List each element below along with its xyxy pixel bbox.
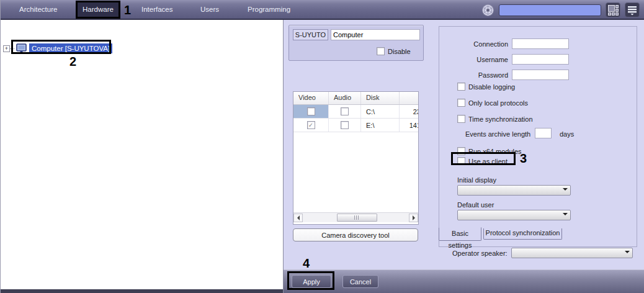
only-local-protocols-row: Only local protocols (457, 99, 528, 107)
disk-table-header: Video Audio Disk (293, 92, 418, 105)
username-label: Username (452, 56, 508, 63)
events-archive-input[interactable] (535, 128, 552, 138)
disable-logging-checkbox[interactable] (457, 83, 465, 91)
main-menu-button[interactable] (625, 2, 640, 17)
connection-label: Connection (452, 40, 508, 48)
menu-item-programming[interactable]: Programming (244, 0, 294, 19)
object-id-badge: S-UYUTO (293, 29, 328, 40)
menu-item-architecture[interactable]: Architecture (16, 0, 61, 19)
tree-item-computer[interactable]: + Computer [S-UYUTOVA] (3, 42, 112, 55)
object-name-input[interactable] (331, 29, 420, 40)
password-label: Password (452, 71, 508, 79)
computer-icon (16, 43, 28, 54)
apply-button[interactable]: Apply (292, 275, 331, 288)
tree-item-label[interactable]: Computer [S-UYUTOVA] (29, 43, 112, 53)
video-checkbox-e[interactable]: ✓ (307, 121, 315, 129)
table-row-e-drive: ✓ E:\ 141 (293, 119, 418, 132)
tree-connector (10, 48, 15, 49)
annotation-number-2: 2 (69, 55, 76, 69)
main-menu-bar: Architecture Hardware 1 Interfaces Users… (1, 0, 644, 20)
table-row-c-drive: C:\ 23 (293, 105, 418, 119)
only-local-protocols-label: Only local protocols (468, 99, 528, 107)
password-input[interactable] (512, 70, 569, 80)
scrollbar-track[interactable] (303, 214, 409, 222)
tree-expand-icon[interactable]: + (3, 45, 10, 52)
annotation-number-1: 1 (124, 3, 131, 17)
topbar-controls (481, 0, 640, 20)
operator-speaker-label: Operator speaker: (452, 250, 508, 257)
video-cell-c[interactable] (293, 105, 329, 118)
horizontal-scrollbar[interactable] (293, 212, 418, 222)
time-sync-row: Time synchronization (457, 115, 533, 123)
scroll-right-button[interactable] (409, 214, 418, 222)
run-x64-checkbox[interactable] (457, 147, 465, 155)
scroll-left-icon (297, 215, 300, 220)
video-cell-e[interactable]: ✓ (293, 119, 329, 132)
menu-item-interfaces[interactable]: Interfaces (138, 0, 177, 19)
footer-toolbar: Apply Cancel (284, 269, 644, 293)
days-label: days (560, 130, 574, 138)
intellect-window: Architecture Hardware 1 Interfaces Users… (0, 0, 644, 293)
operator-speaker-dropdown[interactable] (511, 248, 633, 258)
thumb-grip-icon (354, 215, 359, 220)
audio-cell-c[interactable] (329, 105, 361, 118)
initial-display-label: Initial display (457, 176, 496, 184)
disk-size-cell-e: 141 (400, 119, 418, 132)
scroll-right-icon (413, 215, 415, 220)
sphere-icon[interactable] (481, 4, 494, 17)
scrollbar-thumb[interactable] (337, 214, 377, 222)
initial-display-dropdown[interactable] (457, 185, 571, 196)
connection-input[interactable] (512, 38, 569, 49)
menu-item-users[interactable]: Users (197, 0, 223, 19)
menu-item-hardware[interactable]: Hardware (76, 1, 120, 19)
layout-grid-icon (608, 5, 619, 16)
disable-label: Disable (388, 48, 411, 55)
disable-logging-row: Disable logging (457, 83, 515, 91)
scroll-left-button[interactable] (293, 214, 303, 222)
disable-logging-label: Disable logging (468, 83, 515, 91)
tab-basic-settings[interactable]: Basic settings (439, 227, 481, 241)
audio-checkbox-c[interactable] (341, 107, 349, 115)
audio-cell-e[interactable] (329, 119, 361, 132)
hardware-tree-panel: + Computer [S-UYUTOVA] 2 (1, 20, 283, 289)
column-header-disk: Disk (361, 92, 400, 104)
use-as-client-checkbox[interactable] (457, 157, 465, 165)
search-input[interactable] (499, 4, 601, 16)
run-x64-label: Run x64 modules (468, 148, 522, 155)
object-id-box: S-UYUTO Disable (288, 25, 424, 61)
cancel-button[interactable]: Cancel (342, 275, 378, 288)
disk-table: Video Audio Disk C:\ 23 ✓ (293, 91, 419, 225)
time-sync-checkbox[interactable] (457, 115, 465, 123)
column-header-video: Video (293, 92, 329, 104)
use-as-client-label: Use as client (468, 158, 508, 165)
default-user-label: Default user (457, 201, 494, 209)
camera-discovery-button[interactable]: Camera discovery tool (293, 228, 418, 241)
chevron-down-icon (563, 213, 568, 215)
column-header-size (400, 92, 418, 104)
only-local-protocols-checkbox[interactable] (457, 99, 465, 107)
chevron-down-icon (563, 188, 568, 191)
disk-name-cell-e: E:\ (361, 119, 400, 132)
settings-panel: S-UYUTO Disable Video Audio Disk (283, 20, 644, 293)
disable-checkbox[interactable] (377, 47, 385, 55)
use-as-client-row: Use as client (457, 157, 508, 165)
disk-size-value: 141 (409, 122, 418, 129)
default-user-dropdown[interactable] (457, 210, 571, 220)
tab-protocol-synchronization[interactable]: Protocol synchronization (483, 228, 562, 240)
window-bottom-edge (1, 289, 283, 293)
disk-size-cell-c: 23 (400, 105, 418, 118)
events-archive-label: Events archive length (465, 130, 530, 138)
audio-checkbox-e[interactable] (341, 121, 349, 129)
disable-checkbox-row: Disable (377, 47, 411, 55)
disk-name-cell-c: C:\ (361, 105, 400, 118)
username-input[interactable] (512, 54, 569, 65)
time-sync-label: Time synchronization (468, 115, 533, 123)
chevron-down-icon (625, 251, 630, 253)
column-header-audio: Audio (329, 92, 361, 104)
disk-size-value: 23 (413, 108, 418, 115)
screen-layout-button[interactable] (606, 2, 620, 17)
annotation-number-4: 4 (303, 256, 310, 271)
hamburger-menu-icon (627, 5, 637, 16)
video-checkbox-c[interactable] (307, 107, 315, 115)
run-x64-row: Run x64 modules (457, 147, 522, 155)
